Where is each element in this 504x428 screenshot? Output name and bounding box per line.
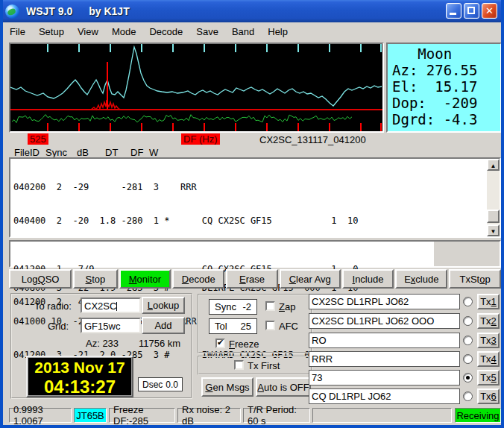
status-calibration: 0.9993 1.0067	[9, 408, 72, 423]
sync-spike-cluster	[91, 100, 121, 110]
col-header-db: dB	[77, 147, 89, 158]
tx4-button[interactable]: Tx4	[477, 351, 500, 367]
sync-value: -2	[242, 301, 251, 312]
tol-value: 25	[241, 321, 251, 332]
col-header-w: W	[149, 147, 158, 158]
text-cursor	[116, 302, 117, 311]
menu-item-decode[interactable]: Decode	[142, 24, 189, 40]
decode-scrollbar[interactable]: ▲ ▼	[487, 159, 500, 236]
freeze-label: Freeze	[229, 339, 259, 350]
log-qso-button[interactable]: Log QSO	[9, 269, 72, 289]
scroll-thumb[interactable]	[487, 210, 500, 223]
maximize-button[interactable]	[464, 3, 479, 19]
window-title-author: by K1JT	[89, 5, 129, 17]
sync-field[interactable]: Sync -2	[209, 299, 257, 315]
azimuth-readout: Az: 233	[86, 338, 119, 349]
afc-label: AFC	[279, 321, 298, 332]
monitor-button[interactable]: Monitor	[119, 269, 171, 289]
decode-button[interactable]: Decode	[172, 269, 224, 289]
auto-toggle-button[interactable]: Auto is OFF	[256, 377, 311, 397]
include-button[interactable]: Include	[342, 269, 394, 289]
tx6-radio[interactable]	[463, 391, 473, 401]
scroll-up-button[interactable]: ▲	[487, 159, 500, 171]
add-button[interactable]: Add	[142, 317, 185, 334]
spectrum-display[interactable]	[9, 43, 384, 133]
to-radio-label: To radio:	[34, 300, 72, 312]
tx3-message-input[interactable]: RO	[309, 333, 460, 348]
maximize-icon	[467, 7, 475, 14]
status-rx-noise: Rx noise: 2 dB	[177, 408, 241, 423]
tx1-radio[interactable]	[463, 297, 473, 306]
tx4-message-input[interactable]: RRR	[309, 351, 460, 367]
tol-field[interactable]: Tol 25	[209, 318, 257, 334]
avg-decode-text-area: 041200 1 7/9 CQ CX2SC GF15 1 0 041200 2 …	[9, 240, 501, 268]
erase-button[interactable]: Erase	[226, 269, 278, 289]
noise-trace	[12, 115, 352, 123]
freeze-checkbox[interactable]	[215, 339, 225, 348]
grid-label: Grid:	[48, 321, 69, 332]
decode-text-area: 040200 2 -29 -281 3 RRR 040400 2 -20 1.8…	[9, 157, 501, 238]
menu-item-band[interactable]: Band	[225, 24, 261, 40]
menubar: File Setup View Mode Decode Save Band He…	[3, 22, 501, 40]
col-header-df: DF	[130, 147, 143, 158]
bottom-tick-marks	[48, 123, 381, 131]
freq-marker-label: 525	[28, 133, 48, 145]
menu-item-mode[interactable]: Mode	[105, 24, 143, 40]
tx2-button[interactable]: Tx2	[477, 313, 500, 329]
tx5-radio[interactable]	[463, 373, 473, 383]
menu-item-help[interactable]: Help	[261, 24, 294, 40]
tx1-message-input[interactable]: CX2SC DL1RPL JO62	[309, 294, 460, 309]
to-radio-input[interactable]: CX2SC	[81, 298, 141, 313]
txstop-button[interactable]: TxStop	[449, 269, 501, 289]
gen-msgs-button[interactable]: Gen Msgs	[201, 377, 253, 397]
tx3-radio[interactable]	[463, 336, 473, 345]
tx-first-label: Tx First	[248, 360, 280, 371]
tx4-radio[interactable]	[463, 354, 473, 364]
tx2-message-input[interactable]: CX2SC DL1RPL JO62 OOO	[309, 313, 460, 329]
tx-first-checkbox[interactable]	[234, 360, 244, 370]
menu-item-file[interactable]: File	[3, 24, 32, 40]
tx6-button[interactable]: Tx6	[477, 388, 500, 404]
status-mode-badge: JT65B	[74, 408, 107, 423]
to-radio-value: CX2SC	[84, 300, 116, 312]
tx1-button[interactable]: Tx1	[477, 294, 500, 309]
decode-row[interactable]: 040400 2 -20 1.8 -280 1 * CQ CX2SC GF15 …	[13, 215, 500, 227]
clock-date: 2013 Nov 17	[28, 358, 132, 377]
menu-item-save[interactable]: Save	[189, 24, 225, 40]
stop-button[interactable]: Stop	[73, 269, 117, 289]
col-header-fileid: FileID	[14, 147, 40, 158]
menu-item-setup[interactable]: Setup	[32, 24, 71, 40]
utc-clock-display: 2013 Nov 17 04:13:27	[26, 356, 133, 397]
app-globe-icon	[5, 4, 19, 19]
close-button[interactable]: ✕	[482, 3, 497, 19]
sync-label: Sync	[215, 301, 236, 312]
status-spacer-panel	[312, 408, 452, 423]
tx5-button[interactable]: Tx5	[477, 370, 500, 385]
scroll-down-button[interactable]: ▼	[487, 224, 500, 236]
clear-avg-button[interactable]: Clear Avg	[280, 269, 341, 289]
minimize-button[interactable]	[446, 3, 462, 19]
status-rx-state-badge: Receiving	[455, 408, 501, 423]
zap-label: Zap	[279, 301, 295, 312]
wsjt-window: WSJT 9.0 by K1JT ✕ File Setup View Mode …	[0, 0, 504, 428]
grid-input[interactable]: GF15wc	[81, 318, 141, 333]
titlebar[interactable]: WSJT 9.0 by K1JT	[0, 0, 504, 22]
exclude-button[interactable]: Exclude	[395, 269, 447, 289]
zap-checkbox[interactable]	[265, 301, 275, 311]
dsec-value: 0.0	[166, 380, 178, 390]
menu-item-view[interactable]: View	[71, 24, 105, 40]
tx3-button[interactable]: Tx3	[477, 333, 500, 348]
decode-row[interactable]: 040200 2 -29 -281 3 RRR	[13, 181, 500, 194]
afc-checkbox[interactable]	[265, 321, 275, 330]
tx6-message-input[interactable]: CQ DL1RPL JO62	[309, 388, 460, 404]
moon-info-panel: Moon Az: 276.55 El: 15.17 Dop: -209 Dgrd…	[386, 43, 502, 133]
lookup-button[interactable]: Lookup	[142, 297, 185, 314]
tx5-message-input[interactable]: 73	[309, 370, 460, 385]
spectrum-trace	[10, 47, 382, 106]
top-tick-marks	[48, 44, 381, 52]
dsec-field[interactable]: Dsec 0.0	[138, 377, 183, 391]
close-icon: ✕	[482, 4, 497, 18]
clock-time: 04:13:27	[28, 377, 132, 396]
tx2-radio[interactable]	[463, 316, 473, 326]
status-freeze-df: Freeze DF:-285	[109, 408, 175, 423]
